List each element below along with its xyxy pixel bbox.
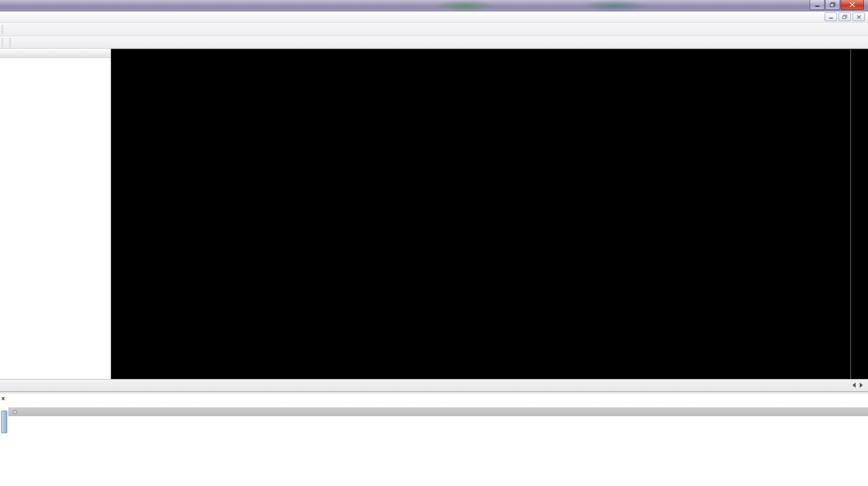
- tab-scroll-left-icon[interactable]: [853, 383, 856, 388]
- price-scale[interactable]: [850, 50, 868, 379]
- title-bar: [0, 0, 868, 11]
- chart-document-icon: [3, 13, 11, 21]
- menu-bar: [0, 11, 868, 23]
- close-button[interactable]: [841, 0, 864, 10]
- toolbar-grip[interactable]: [9, 38, 12, 47]
- balance-status-icon: [13, 410, 17, 414]
- toolbar-grip[interactable]: [2, 38, 4, 47]
- terminal-side-handle[interactable]: [1, 411, 7, 433]
- mdi-minimize-button[interactable]: [825, 12, 837, 21]
- tab-scroll-right-icon[interactable]: [860, 383, 863, 388]
- bottom-tab-bar: [0, 379, 868, 391]
- terminal-splitter[interactable]: [0, 392, 868, 394]
- terminal-close-icon[interactable]: x: [2, 396, 5, 401]
- line-studies-toolbar: [0, 36, 868, 49]
- aero-glass-blob: [434, 0, 496, 11]
- minimize-button[interactable]: [810, 0, 825, 10]
- standard-toolbar: [0, 23, 868, 36]
- restore-button[interactable]: [825, 0, 840, 10]
- aero-glass-blob: [579, 0, 651, 11]
- terminal-panel: x: [0, 391, 868, 486]
- navigator-header: [0, 49, 111, 58]
- price-chart-canvas[interactable]: [112, 50, 850, 379]
- mdi-close-button[interactable]: [853, 12, 865, 21]
- navigator-panel: [0, 49, 111, 379]
- terminal-gutter: x: [0, 394, 8, 486]
- chart-window: [111, 49, 868, 379]
- toolbar-grip[interactable]: [2, 25, 4, 34]
- metatrader-app-icon: [3, 2, 11, 10]
- mdi-restore-button[interactable]: [839, 12, 851, 21]
- balance-row: [8, 407, 868, 416]
